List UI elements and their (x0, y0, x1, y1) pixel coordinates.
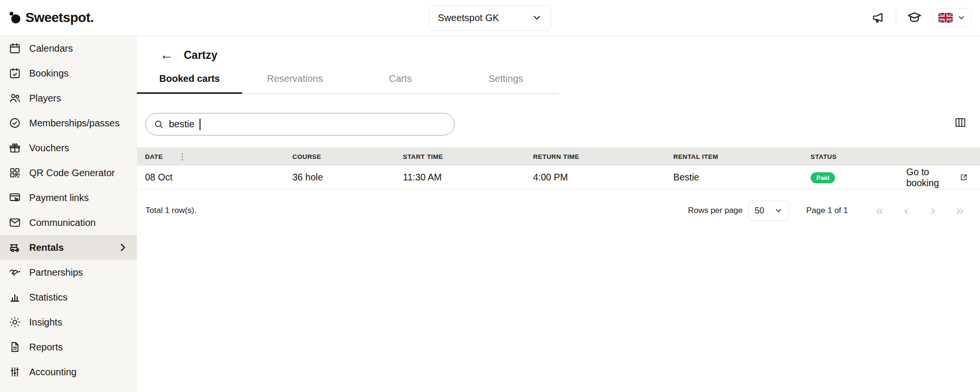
announcements-button[interactable] (871, 11, 885, 25)
uk-flag-icon (938, 13, 953, 22)
chevron-right-icon (117, 241, 129, 254)
table-columns-icon (954, 116, 967, 129)
chevron-down-icon (532, 12, 542, 23)
sidebar-item-label: Players (29, 93, 61, 104)
language-selector[interactable] (933, 8, 971, 27)
rows-per-page-value: 50 (755, 206, 764, 216)
tab-carts[interactable]: Carts (348, 73, 453, 93)
sidebar-item-label: Vouchers (29, 143, 69, 154)
dots-vertical-icon: ⋮ (178, 152, 186, 161)
total-rows-text: Total 1 row(s). (145, 206, 197, 215)
go-to-booking-link[interactable]: Go to booking (906, 167, 968, 189)
sliders-icon (9, 366, 21, 378)
column-header-rental-item: Rental item (673, 153, 811, 160)
column-header-return-time: Return time (533, 153, 673, 160)
sidebar-item-communication[interactable]: Communication (0, 210, 137, 235)
sidebar-item-bookings[interactable]: Bookings (0, 61, 137, 86)
tab-reservations[interactable]: Reservations (242, 73, 347, 93)
sidebar-item-qr-code-generator[interactable]: QR Code Generator (0, 160, 137, 185)
calendar-icon (9, 42, 21, 55)
table-toolbar: bestie (137, 113, 980, 136)
handshake-icon (9, 266, 21, 279)
sidebar-item-label: Partnerships (29, 267, 83, 278)
column-header-label: Date (145, 153, 163, 160)
column-menu-button[interactable]: ⋮ (178, 153, 186, 161)
tab-bar: Booked carts Reservations Carts Settings (137, 73, 558, 94)
sidebar-item-label: QR Code Generator (29, 168, 115, 179)
tab-settings[interactable]: Settings (453, 73, 558, 93)
table-row[interactable]: 08 Oct 36 hole 11:30 AM 4:00 PM Bestie P… (137, 166, 980, 190)
sidebar-item-partnerships[interactable]: Partnerships (0, 260, 137, 285)
academy-button[interactable] (907, 10, 922, 25)
header-actions (871, 8, 971, 27)
sidebar-item-memberships[interactable]: Memberships/passes (0, 111, 137, 135)
tab-booked-carts[interactable]: Booked carts (137, 73, 242, 93)
cell-return-time: 4:00 PM (533, 172, 673, 183)
external-link-icon (960, 173, 968, 182)
graduation-cap-icon (907, 10, 922, 25)
calendar-check-icon (9, 67, 21, 79)
app-root: Sweetspot. Sweetspot GK (0, 0, 980, 392)
previous-page-button[interactable]: ‹ (900, 204, 913, 217)
cell-status: Paid (811, 171, 906, 184)
sidebar-item-label: Statistics (29, 292, 67, 303)
page-title: Cartzy (184, 49, 217, 62)
main-content: ← Cartzy Booked carts Reservations Carts… (137, 36, 980, 392)
column-header-course: Course (292, 153, 403, 160)
sidebar-item-payment-links[interactable]: Payment links (0, 185, 137, 210)
column-header-status: Status (811, 153, 906, 160)
header-divider (896, 11, 896, 24)
last-page-button[interactable]: » (953, 204, 967, 217)
title-row: ← Cartzy (137, 36, 980, 62)
payment-window-icon (9, 191, 21, 204)
sidebar-item-statistics[interactable]: Statistics (0, 285, 137, 310)
chevron-left-icon: ‹ (904, 203, 908, 218)
search-input[interactable]: bestie (145, 113, 455, 135)
spark-icon (9, 316, 21, 328)
back-button[interactable]: ← (160, 48, 173, 62)
users-icon (9, 92, 21, 104)
sweetspot-logo-icon (8, 11, 22, 25)
org-selector-value: Sweetspot GK (438, 12, 499, 23)
org-selector[interactable]: Sweetspot GK (429, 5, 551, 31)
column-settings-button[interactable] (954, 116, 967, 130)
envelope-icon (9, 216, 21, 229)
sidebar-item-accounting[interactable]: Accounting (0, 359, 137, 384)
pagination-controls: Rows per page 50 Page 1 of 1 « ‹ (688, 201, 967, 221)
sidebar-item-insights[interactable]: Insights (0, 310, 137, 335)
sidebar-item-label: Rentals (29, 242, 64, 253)
sidebar-item-reports[interactable]: Reports (0, 335, 137, 359)
top-bar: Sweetspot. Sweetspot GK (0, 0, 980, 36)
sidebar-item-label: Payment links (29, 192, 89, 203)
bar-chart-icon (9, 291, 21, 303)
cell-date: 08 Oct (145, 172, 292, 183)
sidebar-item-label: Accounting (29, 367, 77, 378)
circle-check-icon (9, 117, 21, 129)
qr-code-icon (9, 167, 21, 179)
sidebar-item-players[interactable]: Players (0, 86, 137, 111)
sidebar-item-label: Reports (29, 342, 63, 353)
sidebar-item-vouchers[interactable]: Vouchers (0, 135, 137, 160)
sidebar-item-rentals[interactable]: Rentals (0, 235, 137, 260)
search-value: bestie (169, 119, 194, 130)
go-to-booking-label: Go to booking (906, 167, 956, 189)
double-chevron-right-icon: » (956, 203, 964, 218)
logo-text: Sweetspot. (25, 10, 94, 25)
rows-per-page-select[interactable]: 50 (748, 201, 789, 221)
first-page-button[interactable]: « (873, 204, 886, 217)
page-indicator: Page 1 of 1 (806, 206, 848, 215)
back-arrow-icon: ← (160, 48, 173, 62)
chevron-down-icon (774, 206, 783, 215)
next-page-button[interactable]: › (926, 204, 940, 217)
golf-cart-icon (9, 241, 21, 254)
sidebar-item-label: Calendars (29, 43, 73, 54)
table-footer: Total 1 row(s). Rows per page 50 Page 1 … (137, 200, 980, 221)
pager: « ‹ › » (873, 204, 967, 217)
sidebar-item-calendars[interactable]: Calendars (0, 36, 137, 61)
logo[interactable]: Sweetspot. (8, 10, 94, 25)
sidebar-item-label: Memberships/passes (29, 118, 120, 129)
sidebar: Calendars Bookings Players Memberships/p… (0, 36, 137, 392)
chevron-down-icon (957, 13, 966, 22)
column-header-date: Date ⋮ (145, 153, 292, 161)
sidebar-item-label: Bookings (29, 68, 68, 79)
